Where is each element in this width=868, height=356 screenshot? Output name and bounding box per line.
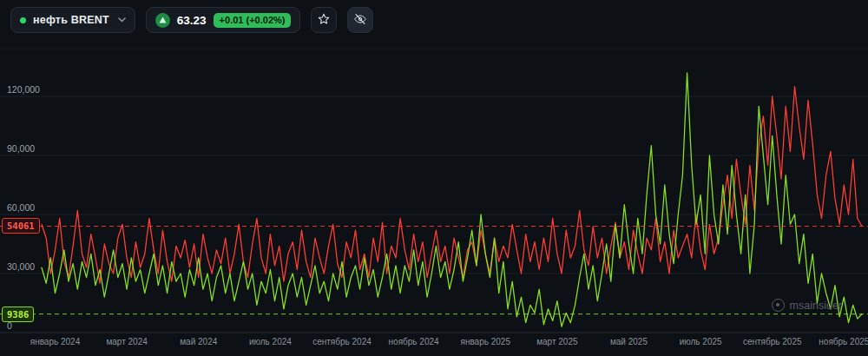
triangle-up-icon bbox=[155, 13, 170, 28]
last-price: 63.23 bbox=[177, 14, 207, 27]
chart-area[interactable]: 030,00060,00090,000120,000январь 2024мар… bbox=[0, 0, 868, 356]
x-axis-label: март 2024 bbox=[106, 337, 148, 346]
price-tag-red: 54061 bbox=[2, 218, 40, 234]
x-axis-label: март 2025 bbox=[536, 337, 578, 346]
symbol-selector[interactable]: нефть BRENT bbox=[10, 7, 135, 33]
y-axis-label: 120,000 bbox=[7, 84, 40, 95]
symbol-name: нефть BRENT bbox=[33, 14, 109, 26]
price-group: 63.23 +0.01 (+0.02%) bbox=[146, 7, 301, 33]
x-axis-label: июль 2025 bbox=[680, 337, 722, 346]
star-icon bbox=[317, 12, 331, 29]
y-axis-label: 60,000 bbox=[7, 202, 35, 213]
x-axis-label: май 2025 bbox=[610, 337, 648, 346]
chart-canvas[interactable]: 030,00060,00090,000120,000январь 2024мар… bbox=[0, 0, 868, 356]
y-axis-label: 30,000 bbox=[7, 261, 35, 272]
x-axis-label: сентябрь 2024 bbox=[312, 337, 372, 346]
x-axis-label: январь 2024 bbox=[30, 337, 81, 346]
trading-chart-app: нефть BRENT 63.23 +0.01 (+0.02%) bbox=[0, 0, 868, 356]
watermark-text: msainsider bbox=[790, 300, 842, 312]
favorite-button[interactable] bbox=[311, 7, 337, 33]
toolbar: нефть BRENT 63.23 +0.01 (+0.02%) bbox=[0, 0, 868, 40]
watermark: msainsider bbox=[772, 299, 842, 312]
x-axis-label: январь 2025 bbox=[460, 337, 510, 346]
price-change-badge: +0.01 (+0.02%) bbox=[214, 13, 292, 28]
y-axis-label: 90,000 bbox=[7, 143, 35, 154]
eye-off-icon bbox=[353, 12, 367, 29]
chevron-down-icon bbox=[118, 17, 126, 23]
x-axis-label: май 2024 bbox=[180, 337, 217, 346]
x-axis-label: июль 2024 bbox=[249, 337, 292, 346]
x-axis-label: ноябрь 2025 bbox=[819, 337, 868, 346]
series-green-line bbox=[42, 73, 862, 326]
watermark-logo-icon bbox=[772, 299, 785, 312]
x-axis-label: сентябрь 2025 bbox=[743, 337, 802, 346]
x-axis-label: ноябрь 2024 bbox=[389, 337, 439, 346]
instrument-status-dot bbox=[20, 17, 26, 23]
series-red-line bbox=[42, 87, 862, 284]
y-axis-label: 0 bbox=[7, 320, 12, 331]
hide-button[interactable] bbox=[347, 7, 373, 33]
price-tag-green: 9386 bbox=[2, 307, 34, 322]
